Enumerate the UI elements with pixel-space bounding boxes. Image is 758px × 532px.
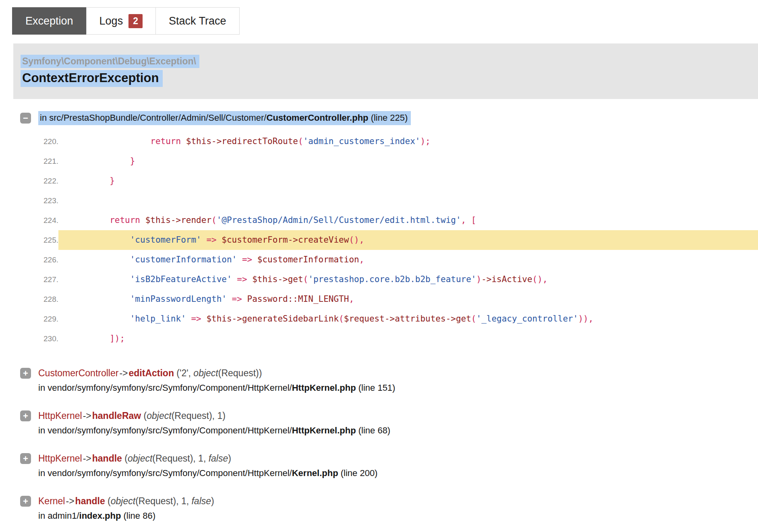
exception-class: ContextErrorException — [21, 70, 163, 87]
frame-args: (object(Request), 1, false) — [105, 496, 214, 506]
line-number: 226. — [12, 250, 58, 270]
code-line: 221. } — [12, 151, 758, 171]
expand-frame-button[interactable]: + — [20, 496, 31, 507]
code-token: ( — [298, 136, 303, 146]
code-content: } — [58, 151, 758, 171]
line-number: 225. — [12, 230, 58, 250]
code-line: 224. return $this->render('@PrestaShop/A… — [12, 210, 758, 230]
code-content: 'customerInformation' => $customerInform… — [58, 250, 758, 270]
frame-file-line: (line 151) — [356, 383, 396, 393]
frame-arrow: -> — [82, 410, 92, 421]
line-number: 224. — [12, 210, 58, 230]
frame-file-name: Kernel.php — [292, 468, 338, 478]
file-location-prefix: in — [40, 113, 49, 123]
frame-class-name: HttpKernel — [38, 410, 82, 421]
exception-header: Symfony\Component\Debug\Exception\ Conte… — [13, 43, 758, 99]
frame-arg: ( — [105, 496, 111, 506]
frame-class-name: Kernel — [38, 496, 65, 506]
plus-icon: + — [23, 411, 28, 421]
expand-frame-button[interactable]: + — [20, 368, 31, 379]
code-line-highlighted: 225. 'customerForm' => $customerForm->cr… — [12, 230, 758, 250]
frame-class-name: CustomerController — [38, 368, 118, 378]
stack-frame: +CustomerController->editAction ('2', ob… — [20, 368, 758, 393]
code-token: 'customerForm' — [130, 235, 201, 245]
code-token: ]); — [110, 334, 125, 343]
code-token: 'prestashop.core.b2b.b2b_feature' — [308, 274, 476, 284]
code-content: 'isB2bFeatureActive' => $this->get('pres… — [58, 270, 758, 289]
frame-arg: false — [191, 496, 211, 506]
frame-file-prefix: in admin1/ — [38, 511, 79, 521]
frame-arg: object — [128, 453, 152, 464]
frame-arg: ) — [228, 453, 231, 464]
code-content: return $this->redirectToRoute('admin_cus… — [58, 132, 758, 151]
collapse-trace-button[interactable]: − — [20, 113, 31, 124]
frame-class-name: HttpKernel — [38, 453, 82, 464]
line-number: 230. — [12, 329, 58, 348]
line-number: 229. — [12, 309, 58, 329]
frame-file-location: in vendor/symfony/symfony/src/Symfony/Co… — [38, 425, 758, 436]
exception-page: ExceptionLogs2Stack Trace Symfony\Compon… — [0, 0, 758, 532]
tab-label: Exception — [25, 15, 73, 27]
expand-frame-button[interactable]: + — [20, 453, 31, 464]
frame-file-line: (line 200) — [338, 468, 378, 478]
frame-file-name: HttpKernel.php — [292, 383, 356, 393]
plus-icon: + — [23, 454, 28, 464]
code-token: } — [110, 176, 115, 186]
code-line: 226. 'customerInformation' => $customerI… — [12, 250, 758, 270]
code-line: 230. ]); — [12, 329, 758, 348]
frame-arrow: -> — [82, 453, 92, 464]
plus-icon: + — [23, 368, 28, 378]
code-token: => — [201, 235, 222, 245]
code-content: } — [58, 171, 758, 191]
code-token: $customerInformation — [257, 255, 359, 264]
exception-namespace: Symfony\Component\Debug\Exception\ — [21, 55, 199, 68]
frame-args: ('2', object(Request)) — [174, 368, 262, 378]
trace-panel: − in src/PrestaShopBundle/Controller/Adm… — [12, 111, 758, 532]
code-token: , — [359, 255, 365, 264]
code-token: ) — [476, 274, 482, 284]
code-token: , [ — [461, 215, 476, 225]
stack-frame: +HttpKernel->handleRaw (object(Request),… — [20, 410, 758, 436]
trace-file-location: in src/PrestaShopBundle/Controller/Admin… — [38, 111, 411, 125]
code-token: '_legacy_controller' — [476, 314, 578, 324]
file-location-line: (line 225) — [369, 113, 408, 123]
code-token: 'isB2bFeatureActive' — [130, 274, 232, 284]
code-token: return — [150, 136, 186, 146]
code-token: => — [232, 274, 253, 284]
line-number: 223. — [12, 191, 58, 210]
frame-arg: (Request)) — [218, 368, 262, 378]
code-token: ( — [211, 215, 217, 225]
code-token: 'customerInformation' — [130, 255, 237, 264]
frame-file-location: in admin1/index.php (line 86) — [38, 511, 758, 521]
frame-file-name: HttpKernel.php — [292, 425, 356, 435]
code-token: => — [237, 255, 257, 264]
code-token: 'minPasswordLength' — [130, 294, 227, 304]
frame-arg: ('2', — [174, 368, 193, 378]
stack-frames: +CustomerController->editAction ('2', ob… — [12, 368, 758, 521]
code-token: ( — [471, 314, 476, 324]
line-number: 220. — [12, 132, 58, 151]
frame-file-prefix: in vendor/symfony/symfony/src/Symfony/Co… — [38, 468, 292, 478]
code-token: return — [110, 215, 145, 225]
frame-arrow: -> — [65, 496, 75, 506]
expand-frame-button[interactable]: + — [20, 410, 31, 421]
tab-stack-trace[interactable]: Stack Trace — [155, 7, 240, 35]
tab-logs[interactable]: Logs2 — [86, 7, 156, 35]
line-number: 228. — [12, 289, 58, 309]
frame-method-name: handle — [75, 496, 105, 506]
frame-call: +HttpKernel->handle (object(Request), 1,… — [20, 453, 758, 464]
code-token: $this->redirectToRoute — [186, 136, 298, 146]
code-content: return $this->render('@PrestaShop/Admin/… — [58, 210, 758, 230]
frame-arg: ( — [122, 453, 128, 464]
frame-method-name: handle — [92, 453, 122, 464]
code-line: 227. 'isB2bFeatureActive' => $this->get(… — [12, 270, 758, 289]
code-token: (), — [349, 235, 364, 245]
frame-file-location: in vendor/symfony/symfony/src/Symfony/Co… — [38, 468, 758, 478]
line-number: 221. — [12, 151, 58, 171]
code-token: )), — [578, 314, 593, 324]
code-token: , — [349, 294, 354, 304]
tab-exception[interactable]: Exception — [12, 7, 87, 35]
frame-file-prefix: in vendor/symfony/symfony/src/Symfony/Co… — [38, 425, 292, 435]
frame-method-name: handleRaw — [92, 410, 141, 421]
code-token: $this->generateSidebarLink — [206, 314, 339, 324]
